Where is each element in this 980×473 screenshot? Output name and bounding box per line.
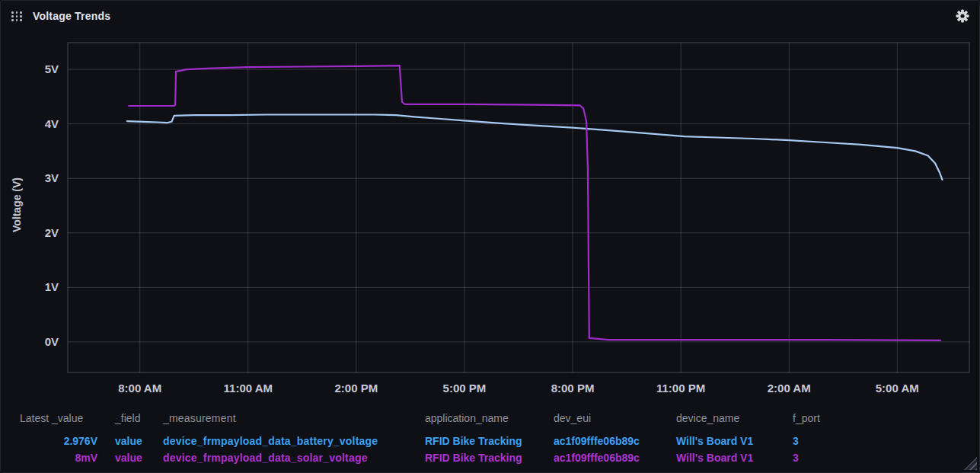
measurement-value: device_frmpayload_data_battery_voltage: [163, 433, 378, 449]
y-tick-label: 0V: [45, 335, 59, 348]
latest-value: 2.976V: [1, 433, 97, 449]
col-measurement[interactable]: _measurement: [163, 411, 236, 426]
x-tick-label: 5:00 PM: [443, 382, 487, 395]
field-value: value: [115, 450, 142, 465]
f-port-value: 3: [793, 433, 799, 449]
y-tick-label: 5V: [45, 62, 59, 75]
y-tick-label: 2V: [45, 226, 59, 239]
f-port-value: 3: [793, 450, 799, 465]
device-name-value: Will's Board V1: [676, 433, 753, 449]
col-f-port[interactable]: f_port: [793, 411, 820, 426]
dev-eui-value: ac1f09fffe06b89c: [554, 433, 640, 449]
legend-table: Latest _value _field _measurement applic…: [1, 407, 979, 473]
voltage-trends-panel: Voltage Trends 0V1V2V3V4V5V8:00 AM11:00 …: [0, 0, 980, 473]
plot-border: [68, 43, 969, 372]
col-device-name[interactable]: device_name: [676, 411, 739, 426]
col-dev-eui[interactable]: dev_eui: [554, 411, 591, 426]
legend-row-battery[interactable]: 2.976V value device_frmpayload_data_batt…: [1, 433, 979, 449]
col-latest-value[interactable]: Latest _value: [20, 411, 97, 426]
x-tick-label: 11:00 AM: [224, 382, 273, 395]
field-value: value: [115, 433, 142, 449]
x-tick-label: 2:00 PM: [335, 382, 378, 395]
y-axis-title: Voltage (V): [11, 163, 23, 247]
x-tick-label: 8:00 PM: [551, 382, 595, 395]
x-tick-label: 5:00 AM: [876, 382, 919, 395]
application-name-value: RFID Bike Tracking: [425, 450, 522, 465]
latest-value: 8mV: [1, 450, 97, 465]
col-field[interactable]: _field: [115, 411, 140, 426]
measurement-value: device_frmpayload_data_solar_voltage: [163, 450, 368, 465]
legend-row-solar[interactable]: 8mV value device_frmpayload_data_solar_v…: [1, 450, 979, 465]
series-line-device_frmpayload_data_battery_voltage[interactable]: [127, 115, 942, 180]
x-tick-label: 2:00 AM: [768, 382, 811, 395]
device-name-value: Will's Board V1: [676, 450, 753, 465]
application-name-value: RFID Bike Tracking: [425, 433, 522, 449]
time-series-chart[interactable]: 0V1V2V3V4V5V8:00 AM11:00 AM2:00 PM5:00 P…: [1, 1, 980, 404]
series-line-device_frmpayload_data_solar_voltage[interactable]: [129, 66, 940, 340]
col-application-name[interactable]: application_name: [425, 411, 509, 426]
legend-header-row: Latest _value _field _measurement applic…: [1, 411, 979, 426]
x-tick-label: 8:00 AM: [118, 382, 161, 395]
y-tick-label: 4V: [45, 117, 59, 130]
y-tick-label: 1V: [45, 280, 59, 293]
y-tick-label: 3V: [45, 171, 59, 184]
dev-eui-value: ac1f09fffe06b89c: [554, 450, 640, 465]
x-tick-label: 11:00 PM: [656, 382, 705, 395]
